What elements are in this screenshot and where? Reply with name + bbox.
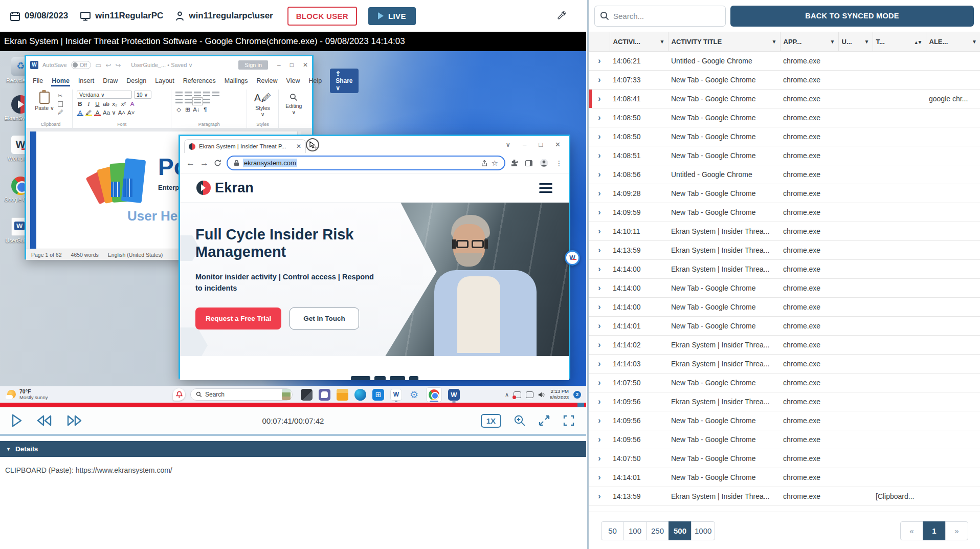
page-size-250[interactable]: 250 [646, 521, 669, 540]
chrome-profile-chevron-icon[interactable]: ∨ [505, 141, 510, 148]
filter-icon[interactable]: ▼ [660, 39, 665, 45]
sign-in-button[interactable]: Sign in [238, 60, 268, 70]
column-application[interactable]: APP...▼ [780, 32, 838, 52]
expand-chevron-icon[interactable]: › [598, 170, 600, 179]
tab-close-icon[interactable]: ✕ [296, 143, 301, 150]
bold-button[interactable]: B [77, 101, 83, 107]
underline-button[interactable]: U [94, 101, 101, 107]
page-size-500[interactable]: 500 [669, 521, 692, 540]
scrubber-handle[interactable] [577, 403, 584, 407]
borders-icon[interactable]: ⊞ [184, 106, 191, 113]
word-tab-home[interactable]: Home [51, 75, 70, 86]
expand-chevron-icon[interactable]: › [598, 473, 600, 481]
expand-chevron-icon[interactable]: › [598, 378, 600, 387]
settings-wrench-icon[interactable] [556, 11, 567, 21]
increase-indent-icon[interactable] [212, 92, 219, 97]
playback-progress-bar[interactable] [0, 403, 586, 407]
table-row[interactable]: › 14:09:56 New Tab - Google Chrome chrom… [589, 411, 980, 430]
subscript-button[interactable]: x₂ [112, 101, 118, 107]
hamburger-menu-icon[interactable] [539, 183, 552, 193]
column-activity-time[interactable]: ACTIVI...▼ [610, 32, 668, 52]
chrome-minimize-button[interactable]: – [523, 141, 526, 148]
page-size-50[interactable]: 50 [601, 521, 624, 540]
session-video-frame[interactable]: Recycle Bin EkranSyste... W Workplace Go… [0, 51, 586, 403]
redo-icon[interactable]: ↪ [115, 61, 121, 69]
word-tab-design[interactable]: Design [126, 75, 147, 86]
copy-icon[interactable] [58, 101, 63, 107]
table-row[interactable]: › 14:14:02 Ekran System | Insider Threa.… [589, 336, 980, 355]
line-spacing-icon[interactable] [203, 99, 210, 104]
bookmark-star-icon[interactable]: ☆ [492, 159, 498, 168]
word-tab-mailings[interactable]: Mailings [224, 75, 249, 86]
workplace-floating-badge[interactable]: W [565, 250, 580, 266]
chrome-tab[interactable]: Ekran System | Insider Threat P... ✕ [184, 139, 306, 153]
table-row[interactable]: › 14:10:11 Ekran System | Insider Threa.… [589, 222, 980, 241]
table-row[interactable]: › 14:07:50 New Tab - Google Chrome chrom… [589, 449, 980, 468]
strikethrough-button[interactable]: ab [103, 101, 109, 107]
grow-font-button[interactable]: A˄ [118, 109, 125, 116]
bullet-list-icon[interactable] [175, 92, 183, 97]
align-center-icon[interactable] [185, 99, 192, 104]
page-size-100[interactable]: 100 [623, 521, 647, 540]
table-row[interactable]: › 14:13:59 Ekran System | Insider Threa.… [589, 241, 980, 260]
expand-chevron-icon[interactable]: › [598, 75, 600, 84]
text-effects-button[interactable]: A [129, 101, 136, 107]
undo-icon[interactable]: ↩ [105, 61, 111, 69]
get-in-touch-button[interactable]: Get in Touch [289, 308, 359, 330]
expand-chevron-icon[interactable]: › [598, 189, 600, 197]
expand-chevron-icon[interactable]: › [598, 454, 600, 463]
change-case-button[interactable]: Aa ∨ [103, 109, 116, 116]
word-share-button[interactable]: ⇪ Share ∨ [330, 69, 358, 93]
table-row[interactable]: › 14:07:50 New Tab - Google Chrome chrom… [589, 374, 980, 392]
chrome-maximize-button[interactable]: □ [539, 141, 543, 148]
column-alerts[interactable]: ALE...▼ [926, 32, 980, 52]
expand-chevron-icon[interactable]: › [598, 246, 600, 254]
align-left-icon[interactable] [175, 99, 183, 104]
word-tab-references[interactable]: References [183, 75, 216, 86]
expand-chevron-icon[interactable]: › [598, 492, 600, 500]
expand-chevron-icon[interactable]: › [598, 56, 600, 65]
column-text[interactable]: T...▲▼ [873, 32, 926, 52]
table-row[interactable]: › 14:09:28 New Tab - Google Chrome chrom… [589, 184, 980, 203]
details-header[interactable]: ▼ Details [0, 441, 586, 457]
word-maximize-button[interactable]: □ [290, 61, 294, 69]
font-color-accent-button[interactable]: A [77, 109, 83, 116]
table-row[interactable]: › 14:08:51 New Tab - Google Chrome chrom… [589, 146, 980, 165]
table-row[interactable]: › 14:06:21 Untitled - Google Chrome chro… [589, 52, 980, 71]
word-tab-review[interactable]: Review [256, 75, 278, 86]
superscript-button[interactable]: x² [120, 101, 127, 107]
prev-page-button[interactable]: « [900, 521, 923, 540]
shrink-font-button[interactable]: A˅ [127, 109, 135, 116]
back-icon[interactable]: ← [186, 158, 195, 168]
table-row[interactable]: › 14:14:03 Ekran System | Insider Threa.… [589, 355, 980, 374]
word-tab-help[interactable]: Help [308, 75, 322, 86]
extensions-puzzle-icon[interactable] [510, 159, 518, 167]
table-row[interactable]: › 14:13:59 Ekran System | Insider Threa.… [589, 487, 980, 506]
align-justify-icon[interactable] [194, 99, 201, 104]
editing-find-icon[interactable] [289, 93, 298, 101]
styles-icon[interactable]: A🖉 [251, 92, 274, 104]
reload-icon[interactable] [214, 159, 221, 167]
table-row[interactable]: › 14:14:00 Ekran System | Insider Threa.… [589, 260, 980, 279]
back-to-synced-mode-button[interactable]: BACK TO SYNCED MODE [730, 6, 974, 27]
expand-chevron-icon[interactable]: › [598, 132, 600, 141]
expand-chevron-icon[interactable]: › [598, 302, 600, 311]
paste-button[interactable]: Paste ∨ [33, 91, 56, 115]
word-minimize-button[interactable]: – [277, 61, 281, 69]
expand-chevron-icon[interactable]: › [598, 340, 600, 349]
chrome-close-button[interactable]: ✕ [555, 141, 561, 148]
table-row[interactable]: › 14:14:01 New Tab - Google Chrome chrom… [589, 317, 980, 336]
word-close-button[interactable]: ✕ [303, 61, 308, 69]
table-row[interactable]: › 14:08:50 New Tab - Google Chrome chrom… [589, 127, 980, 146]
italic-button[interactable]: I [85, 101, 92, 107]
number-list-icon[interactable] [185, 92, 192, 97]
word-tab-draw[interactable]: Draw [102, 75, 118, 86]
chrome-menu-icon[interactable]: ⋮ [555, 159, 563, 167]
expand-chevron-icon[interactable]: › [598, 321, 600, 330]
share-icon[interactable] [481, 160, 488, 167]
side-panel-icon[interactable] [525, 160, 532, 166]
word-tab-insert[interactable]: Insert [78, 75, 95, 86]
word-tab-view[interactable]: View [286, 75, 301, 86]
address-bar[interactable]: ekransystem.com ☆ [227, 156, 505, 170]
table-row[interactable]: › 14:14:00 New Tab - Google Chrome chrom… [589, 279, 980, 298]
